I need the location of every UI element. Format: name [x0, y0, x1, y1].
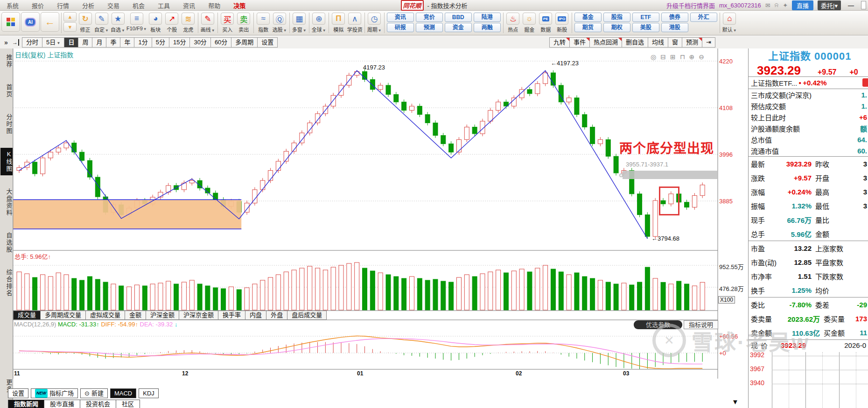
volume-tab-沪深京金额[interactable]: 沪深京金额	[179, 311, 218, 320]
menu-分析[interactable]: 分析	[76, 1, 101, 10]
period-tool-事件[interactable]: 事件	[569, 37, 590, 48]
toolbar-button-F10/F9[interactable]: ≡F10/F9▼	[126, 12, 147, 32]
toolbar-button-自定[interactable]: ✎自定▼	[93, 12, 110, 34]
toolbar-button-ETF[interactable]: ETF	[632, 13, 659, 22]
period-月[interactable]: 月	[92, 37, 106, 48]
mini-chart[interactable]: 399239673940	[749, 350, 868, 408]
toolbar-button-龙虎[interactable]: ≋龙虎	[180, 12, 196, 34]
menu-系统[interactable]: 系统	[0, 1, 25, 10]
period-季[interactable]: 季	[106, 37, 120, 48]
chart-region[interactable]: 日线(复权) 上证指数 ◎⊟⊞⊓⊕⊖ 总手: 5.96亿↑ X100 成交量多周…	[13, 48, 748, 379]
bottom-tab-投资机会[interactable]: 投资机会	[80, 400, 116, 408]
volume-tab-盘后成交量[interactable]: 盘后成交量	[287, 311, 327, 320]
indicator-tab-KDJ[interactable]: KDJ	[139, 388, 159, 398]
toolbar-button-自选[interactable]: ★自选▼	[110, 12, 126, 34]
toolbar-button-多窗[interactable]: ▦多窗▼	[291, 12, 308, 34]
user-id[interactable]: mx_630072316	[719, 2, 761, 9]
toolbar-button-卖出[interactable]: 卖卖出	[236, 12, 252, 34]
back-arrow-icon[interactable]: ←	[41, 12, 59, 32]
period-分时[interactable]: 分时	[22, 37, 42, 48]
toolbar-button-指数[interactable]: ≈指数	[255, 12, 272, 34]
indicator-tab-指标广场[interactable]: NEW指标广场	[31, 388, 78, 398]
volume-tab-多周期成交量[interactable]: 多周期成交量	[40, 311, 86, 320]
toolbar-button-热点[interactable]: ♨热点	[505, 12, 521, 34]
collapse-icon[interactable]: »	[0, 39, 12, 46]
sidebar-item-推荐[interactable]: 推荐	[0, 51, 13, 71]
period-tool-均线[interactable]: 均线	[648, 37, 668, 48]
bottom-tab-股市直播[interactable]: 股市直播	[44, 400, 80, 408]
menu-帮助[interactable]: 帮助	[202, 1, 227, 10]
menu-juece[interactable]: 决策	[227, 1, 252, 10]
period-30分[interactable]: 30分	[189, 37, 210, 48]
trade-button[interactable]: 委托|▾	[818, 0, 841, 10]
toolbar-button-BBD[interactable]: BBD	[445, 13, 472, 22]
menu-工具[interactable]: 工具	[151, 1, 176, 10]
toolbar-button-研报[interactable]: 研报	[387, 23, 414, 32]
toolbar-button-掘金[interactable]: ☼掘金	[521, 12, 538, 34]
menu-报价[interactable]: 报价	[25, 1, 50, 10]
toolbar-button-买入[interactable]: 买买入	[219, 12, 236, 34]
toolbar-button-新股[interactable]: IPO新股	[554, 12, 570, 34]
ai-assistant-icon[interactable]: AI	[21, 12, 40, 32]
volume-tab-金额[interactable]: 金额	[125, 311, 146, 320]
sidebar-item-自选股[interactable]: 自选股	[0, 229, 13, 256]
indicator-tab-新建[interactable]: ⊙新建	[80, 388, 108, 398]
toolbar-button-全球[interactable]: ⊕全球▼	[311, 12, 327, 34]
period-tool-九转[interactable]: 九转	[549, 37, 570, 48]
toolbar-button-资讯[interactable]: 资讯	[387, 13, 414, 22]
preferred-params-button[interactable]: 优选参数	[634, 320, 682, 329]
toolbar-button-预测[interactable]: 预测	[416, 23, 443, 32]
toolbar-button-数据[interactable]: PE数据	[538, 12, 554, 34]
shirt-icon[interactable]: ✦	[783, 2, 788, 9]
scroll-down-icon[interactable]: ▼	[732, 398, 739, 406]
bottom-tab-社区[interactable]: 社区	[116, 400, 140, 408]
volume-tab-换手率[interactable]: 换手率	[218, 311, 245, 320]
volume-tab-内盘[interactable]: 内盘	[245, 311, 266, 320]
toolbar-button-陆港[interactable]: 陆港	[474, 13, 501, 22]
toolbar-button-周期[interactable]: ◷周期▼	[366, 12, 383, 34]
nav-up-down-icons[interactable]: ▲▼	[63, 12, 77, 32]
period-多周期[interactable]: 多周期	[231, 37, 258, 48]
range-bar[interactable]	[623, 171, 718, 179]
sidebar-item-K线图[interactable]: K线图	[0, 148, 13, 175]
toolbar-button-美股[interactable]: 美股	[632, 23, 659, 32]
volume-tab-成交量[interactable]: 成交量	[13, 311, 41, 320]
live-button[interactable]: 直播	[792, 0, 813, 10]
toolbar-button-两融[interactable]: 两融	[474, 23, 501, 32]
menu-机会[interactable]: 机会	[126, 1, 151, 10]
volume-tab-沪深金额[interactable]: 沪深金额	[146, 311, 179, 320]
upgrade-link[interactable]: 升级千档行情界面	[666, 1, 715, 10]
window-grid-icon[interactable]	[1, 12, 20, 32]
bottom-tab-指数新闻[interactable]: 指数新闻	[8, 400, 44, 408]
menu-交易[interactable]: 交易	[101, 1, 126, 10]
sidebar-item-首页[interactable]: 首页	[0, 81, 13, 101]
period-5分[interactable]: 5分	[152, 37, 169, 48]
volume-tab-虚拟成交量[interactable]: 虚拟成交量	[85, 311, 125, 320]
toolbar-button-外汇[interactable]: 外汇	[690, 13, 717, 22]
period-tool-⇥[interactable]: ⇥	[702, 37, 715, 48]
toolbar-button-期权[interactable]: 期权	[603, 23, 630, 32]
period-tool-热点回溯[interactable]: 热点回溯	[589, 37, 622, 48]
indicator-help-button[interactable]: 指标说明	[684, 320, 718, 329]
period-周[interactable]: 周	[78, 37, 92, 48]
up-arrow-icon[interactable]: ▲	[63, 12, 77, 21]
toolbar-button-港股[interactable]: 港股	[661, 23, 688, 32]
toolbar-button-学投资[interactable]: ∧学投资	[347, 12, 363, 34]
bell-icon[interactable]: ⍾	[775, 1, 779, 9]
goto-icon[interactable]: →	[12, 39, 19, 46]
period-tool-窗[interactable]: 窗	[668, 37, 682, 48]
etf-row[interactable]: 上证指数ETF... ● +0.42%	[749, 77, 868, 89]
toolbar-button-竞价[interactable]: 竞价	[416, 13, 443, 22]
toolbar-button-画线[interactable]: ✎画线▼	[200, 12, 216, 34]
down-arrow-icon[interactable]: ▼	[63, 22, 77, 32]
toolbar-button-默认[interactable]: ⌂默认▼	[721, 12, 738, 34]
toolbar-button-债券[interactable]: 债券	[661, 13, 688, 22]
indicator-tab-设置[interactable]: 设置	[8, 388, 28, 398]
restore-button-fragment[interactable]	[861, 1, 866, 9]
period-5日[interactable]: 5日 ▼	[42, 37, 64, 48]
sidebar-item-综合排名[interactable]: 综合排名	[0, 266, 13, 300]
toolbar-button-资金[interactable]: 资金	[445, 23, 472, 32]
period-15分[interactable]: 15分	[169, 37, 190, 48]
chart-tool-icons[interactable]: ◎⊟⊞⊓⊕⊖	[651, 53, 708, 61]
range-bar-handle[interactable]	[619, 173, 623, 177]
